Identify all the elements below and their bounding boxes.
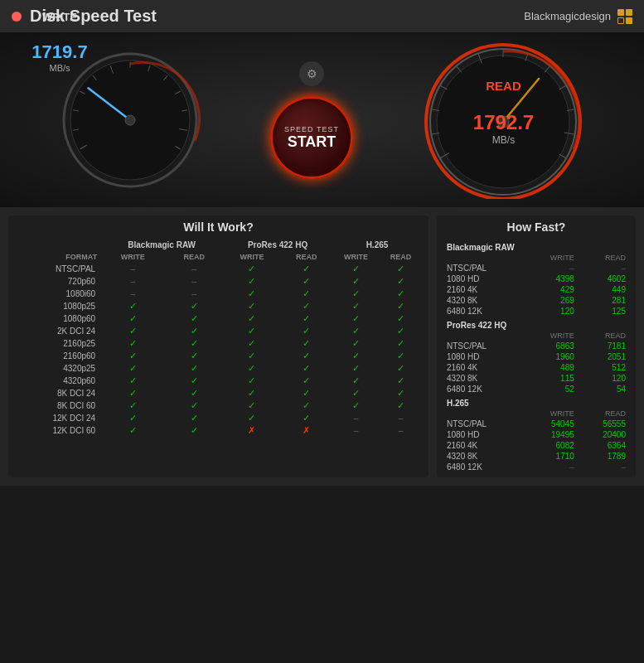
check-icon: ✓: [303, 388, 310, 398]
braw-read: ✓: [165, 387, 223, 399]
pro-write: ✓: [223, 312, 281, 325]
h265-read: ✓: [380, 288, 422, 300]
check-icon: ✓: [352, 338, 360, 348]
settings-button[interactable]: ⚙: [299, 61, 324, 86]
check-icon: ✓: [191, 363, 198, 373]
hf-data-row: 6480 12K 52 54: [443, 384, 629, 394]
h265-header: H.265: [332, 239, 422, 251]
pro-write: ✓: [223, 300, 281, 312]
write-unit: MB/s: [49, 63, 70, 73]
read-val: 7181: [608, 341, 626, 351]
pro-read: ✓: [281, 275, 332, 288]
pro-read: ✓: [281, 288, 332, 300]
check-icon: ✓: [352, 388, 360, 398]
pro-read: ✓: [281, 325, 332, 337]
h265-write: ✓: [332, 337, 380, 350]
h265-write: ✓: [332, 362, 380, 375]
hf-write-cell: –: [525, 462, 578, 472]
hf-write-cell: 19495: [525, 429, 578, 440]
check-icon: ✓: [397, 375, 404, 385]
logo-squares: [617, 9, 632, 24]
braw-write: –: [100, 288, 165, 300]
row-label: 1080i60: [15, 288, 100, 300]
h265-read: ✓: [380, 300, 422, 312]
braw-read: ✓: [165, 350, 223, 362]
read-val: 2051: [608, 352, 626, 361]
check-icon: ✓: [248, 313, 255, 323]
pro-read: ✓: [281, 263, 332, 275]
start-button[interactable]: SPEED TEST START: [270, 96, 353, 179]
check-icon: ✓: [352, 363, 360, 373]
row-label: 720p60: [15, 275, 100, 288]
h265-read: ✓: [380, 387, 422, 399]
braw-read: –: [165, 263, 223, 275]
read-val: 120: [612, 374, 626, 383]
hf-write-cell: 52: [525, 384, 578, 394]
data-section: Will It Work? Blackmagic RAW ProRes 422 …: [0, 207, 644, 486]
check-icon: ✓: [397, 326, 404, 336]
check-icon: ✓: [191, 413, 198, 423]
section-label: H.265: [443, 394, 629, 409]
table-row: 1080i60 – – ✓ ✓ ✓ ✓: [15, 288, 422, 300]
h265-write: ✓: [332, 288, 380, 300]
check-icon: ✓: [352, 301, 360, 311]
braw-write: ✓: [100, 325, 165, 337]
check-icon: ✓: [248, 413, 255, 423]
pro-write: ✗: [223, 424, 281, 437]
h265-write: ✓: [332, 375, 380, 387]
write-label: WRITE: [42, 11, 77, 23]
row-label: NTSC/PAL: [15, 263, 100, 275]
pro-write: ✓: [223, 362, 281, 375]
h265-write: ✓: [332, 387, 380, 399]
hf-write-cell: 429: [525, 284, 578, 295]
sub-write: WRITE: [525, 331, 578, 341]
h265-read: ✓: [380, 275, 422, 288]
h265-write: –: [332, 412, 380, 424]
braw-header: Blackmagic RAW: [100, 239, 223, 251]
row-label: 8K DCI 60: [15, 399, 100, 412]
check-icon: ✓: [303, 375, 310, 385]
pro-write: ✓: [223, 275, 281, 288]
will-it-work-title: Will It Work?: [15, 220, 422, 234]
check-icon: ✓: [303, 326, 310, 336]
logo-sq-3: [617, 17, 624, 24]
braw-write: ✓: [100, 350, 165, 362]
read-val: 281: [612, 296, 626, 305]
hf-write-cell: 54045: [525, 419, 578, 429]
hf-data-row: 6480 12K 120 125: [443, 306, 629, 317]
hf-write-cell: 1960: [525, 351, 578, 362]
check-icon: ✓: [303, 351, 310, 361]
pro-write-col: WRITE: [223, 251, 281, 263]
row-label: 1080p60: [15, 312, 100, 325]
dash-val: –: [569, 264, 574, 273]
write-gauge-container: WRITE 1719.7 MB/s: [60, 50, 201, 191]
hf-row-label: 6480 12K: [443, 462, 525, 472]
braw-write: ✓: [100, 362, 165, 375]
table-row: 8K DCI 60 ✓ ✓ ✓ ✓ ✓ ✓: [15, 399, 422, 412]
pro-read: ✓: [281, 399, 332, 412]
braw-write: –: [100, 263, 165, 275]
check-icon: ✓: [352, 375, 360, 385]
how-fast-table: Blackmagic RAW WRITE READ NTSC/PAL – – 1…: [443, 239, 629, 472]
hf-data-row: 1080 HD 4398 4602: [443, 273, 629, 284]
h265-write: ✓: [332, 312, 380, 325]
write-speed: 1719.7: [31, 41, 87, 63]
check-icon: ✓: [397, 264, 404, 273]
write-val: 6082: [556, 441, 574, 450]
hf-data-row: 1080 HD 19495 20400: [443, 429, 629, 440]
braw-read: ✓: [165, 362, 223, 375]
h265-write: –: [332, 424, 380, 437]
hf-row-label: 6480 12K: [443, 306, 525, 317]
check-icon: ✓: [303, 288, 310, 298]
pro-read: ✓: [281, 350, 332, 362]
pro-write: ✓: [223, 412, 281, 424]
pro-write: ✓: [223, 263, 281, 275]
table-row: 2160p25 ✓ ✓ ✓ ✓ ✓ ✓: [15, 337, 422, 350]
pro-write: ✓: [223, 375, 281, 387]
row-label: 4320p60: [15, 375, 100, 387]
read-val: 20400: [603, 430, 626, 439]
check-icon: ✓: [129, 313, 137, 323]
check-icon: ✓: [129, 363, 137, 373]
hf-sub-header: WRITE READ: [443, 331, 629, 341]
check-icon: ✓: [191, 425, 198, 435]
